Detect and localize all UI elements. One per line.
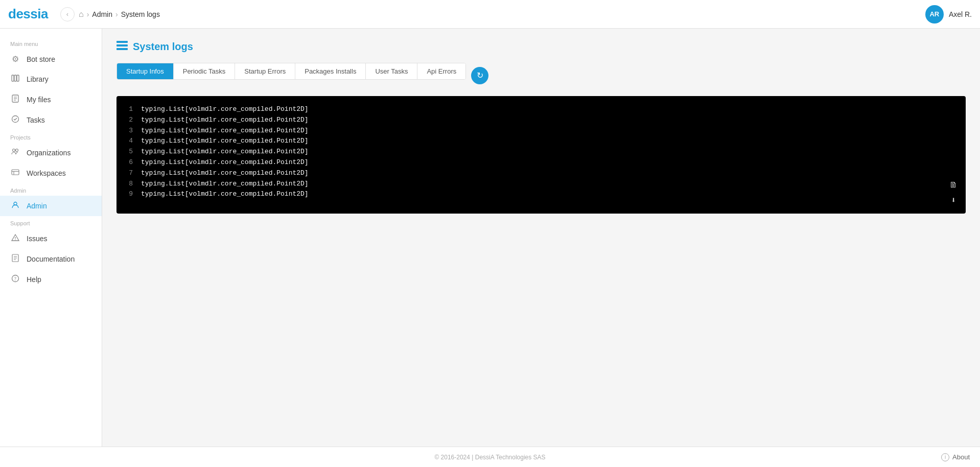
my-files-icon xyxy=(10,95,20,105)
support-label: Support xyxy=(0,216,102,228)
log-line-number: 4 xyxy=(125,136,133,147)
main-menu-label: Main menu xyxy=(0,37,102,49)
log-line: 1typing.List[volmdlr.core_compiled.Point… xyxy=(125,104,958,115)
admin-icon xyxy=(10,201,20,211)
sidebar-item-documentation[interactable]: Documentation xyxy=(0,249,102,269)
admin-label: Admin xyxy=(0,183,102,196)
tab-startup-errors[interactable]: Startup Errors xyxy=(235,63,295,79)
footer: © 2016-2024 | DessiA Technologies SAS i … xyxy=(0,447,980,467)
breadcrumb: ⌂ › Admin › System logs xyxy=(79,10,160,19)
tab-api-errors[interactable]: Api Errors xyxy=(417,63,465,79)
log-line: 2typing.List[volmdlr.core_compiled.Point… xyxy=(125,115,958,126)
svg-rect-2 xyxy=(17,75,19,81)
log-line-text: typing.List[volmdlr.core_compiled.Point2… xyxy=(141,189,309,200)
avatar[interactable]: AR xyxy=(925,5,944,24)
log-line-text: typing.List[volmdlr.core_compiled.Point2… xyxy=(141,126,309,136)
refresh-button[interactable]: ↻ xyxy=(471,67,488,84)
sidebar-item-tasks[interactable]: Tasks xyxy=(0,110,102,130)
log-line-text: typing.List[volmdlr.core_compiled.Point2… xyxy=(141,179,309,190)
sidebar-item-admin[interactable]: Admin xyxy=(0,196,102,216)
breadcrumb-admin[interactable]: Admin xyxy=(92,10,112,18)
tabs-bar: Startup Infos Periodic Tasks Startup Err… xyxy=(116,63,466,80)
tab-periodic-tasks[interactable]: Periodic Tasks xyxy=(174,63,236,79)
bot-store-icon: ⚙ xyxy=(10,54,20,64)
about-label: About xyxy=(952,453,970,461)
tasks-icon xyxy=(10,115,20,125)
svg-rect-24 xyxy=(116,44,128,46)
log-line-number: 3 xyxy=(125,126,133,136)
sidebar-item-library[interactable]: Library xyxy=(0,69,102,89)
page-title-bar: System logs xyxy=(116,41,966,53)
nav-back-button[interactable]: ‹ xyxy=(60,7,75,21)
header-right: AR Axel R. xyxy=(925,5,972,24)
username: Axel R. xyxy=(949,10,972,18)
sidebar-item-label-bot-store: Bot store xyxy=(27,55,55,63)
log-line-number: 9 xyxy=(125,189,133,200)
home-icon[interactable]: ⌂ xyxy=(79,10,84,19)
log-line: 3typing.List[volmdlr.core_compiled.Point… xyxy=(125,126,958,136)
download-button[interactable]: ⬇ xyxy=(947,195,960,207)
copy-button[interactable]: 🗎 xyxy=(947,180,960,192)
header: dessia ‹ ⌂ › Admin › System logs AR Axel… xyxy=(0,0,980,29)
header-left: dessia ‹ ⌂ › Admin › System logs xyxy=(8,6,160,22)
log-line: 4typing.List[volmdlr.core_compiled.Point… xyxy=(125,136,958,147)
log-line: 6typing.List[volmdlr.core_compiled.Point… xyxy=(125,157,958,168)
about-icon: i xyxy=(941,453,949,461)
sidebar-item-label-admin: Admin xyxy=(27,202,47,210)
sidebar-item-label-help: Help xyxy=(27,275,41,284)
documentation-icon xyxy=(10,254,20,264)
log-line-text: typing.List[volmdlr.core_compiled.Point2… xyxy=(141,168,309,179)
copyright-text: © 2016-2024 | DessiA Technologies SAS xyxy=(434,454,545,461)
log-line-text: typing.List[volmdlr.core_compiled.Point2… xyxy=(141,115,309,126)
log-line-number: 6 xyxy=(125,157,133,168)
projects-label: Projects xyxy=(0,130,102,143)
sidebar: Main menu ⚙ Bot store Library My files T… xyxy=(0,29,102,447)
sidebar-item-bot-store[interactable]: ⚙ Bot store xyxy=(0,49,102,69)
svg-text:?: ? xyxy=(14,276,17,282)
log-line-number: 2 xyxy=(125,115,133,126)
tab-user-tasks[interactable]: User Tasks xyxy=(366,63,417,79)
svg-point-7 xyxy=(12,116,19,123)
log-line-number: 8 xyxy=(125,179,133,190)
breadcrumb-sep-2: › xyxy=(115,10,118,18)
log-console: 1typing.List[volmdlr.core_compiled.Point… xyxy=(116,96,966,214)
svg-rect-25 xyxy=(116,48,128,50)
sidebar-item-label-workspaces: Workspaces xyxy=(27,169,66,177)
svg-rect-10 xyxy=(12,170,19,175)
sidebar-item-label-issues: Issues xyxy=(27,235,47,243)
sidebar-item-label-documentation: Documentation xyxy=(27,255,75,263)
log-lines-container: 1typing.List[volmdlr.core_compiled.Point… xyxy=(125,104,958,200)
tab-packages-installs[interactable]: Packages Installs xyxy=(295,63,366,79)
log-line-number: 7 xyxy=(125,168,133,179)
log-line-text: typing.List[volmdlr.core_compiled.Point2… xyxy=(141,104,309,115)
about-link[interactable]: i About xyxy=(941,453,970,461)
tab-startup-infos[interactable]: Startup Infos xyxy=(117,63,174,79)
svg-point-9 xyxy=(16,149,18,152)
svg-rect-0 xyxy=(12,75,14,81)
sidebar-item-issues[interactable]: Issues xyxy=(0,228,102,249)
sidebar-item-label-tasks: Tasks xyxy=(27,116,45,124)
sidebar-item-workspaces[interactable]: Workspaces xyxy=(0,163,102,183)
layout: Main menu ⚙ Bot store Library My files T… xyxy=(0,29,980,447)
svg-rect-1 xyxy=(14,75,16,81)
log-line: 9typing.List[volmdlr.core_compiled.Point… xyxy=(125,189,958,200)
sidebar-item-help[interactable]: ? Help xyxy=(0,269,102,290)
organizations-icon xyxy=(10,148,20,158)
log-line-number: 1 xyxy=(125,104,133,115)
svg-point-8 xyxy=(13,149,15,152)
log-line-text: typing.List[volmdlr.core_compiled.Point2… xyxy=(141,157,309,168)
main-content: System logs Startup Infos Periodic Tasks… xyxy=(102,29,980,447)
sidebar-item-organizations[interactable]: Organizations xyxy=(0,143,102,163)
svg-rect-23 xyxy=(116,41,128,43)
svg-point-16 xyxy=(15,239,15,240)
log-line-text: typing.List[volmdlr.core_compiled.Point2… xyxy=(141,136,309,147)
page-title-icon xyxy=(116,41,128,53)
issues-icon xyxy=(10,233,20,244)
sidebar-item-label-my-files: My files xyxy=(27,96,51,104)
app-logo: dessia xyxy=(8,6,48,22)
sidebar-item-my-files[interactable]: My files xyxy=(0,89,102,110)
console-actions: 🗎 ⬇ xyxy=(947,180,960,207)
tabs-wrapper: Startup Infos Periodic Tasks Startup Err… xyxy=(116,63,966,88)
log-line-text: typing.List[volmdlr.core_compiled.Point2… xyxy=(141,147,309,157)
library-icon xyxy=(10,74,20,84)
